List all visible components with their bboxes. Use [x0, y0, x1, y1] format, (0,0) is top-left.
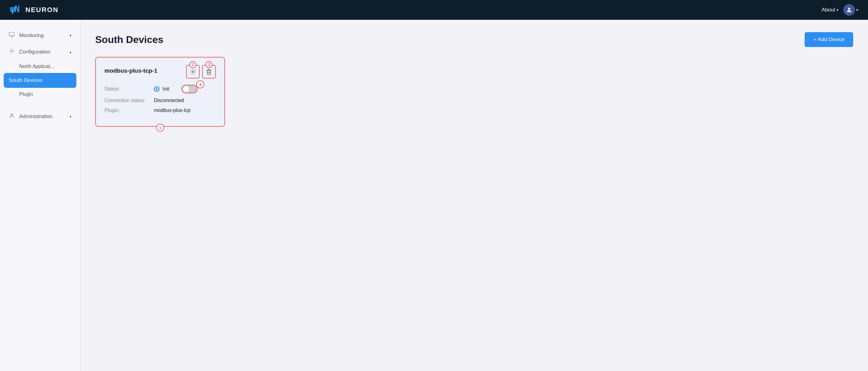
sidebar-item-configuration-label: Configuration — [19, 49, 51, 55]
page-title: South Devices — [95, 34, 163, 45]
settings-button[interactable]: 2 — [186, 65, 200, 79]
connection-row: Connection status: Disconnected — [104, 98, 216, 103]
delete-badge: 3 — [206, 61, 212, 68]
about-label: About — [822, 7, 835, 13]
monitoring-icon — [9, 32, 15, 39]
status-toggle[interactable] — [182, 85, 197, 93]
device-actions: 2 3 — [186, 65, 216, 79]
connection-value: Disconnected — [154, 98, 184, 103]
about-menu[interactable]: About ▾ — [822, 7, 838, 13]
sidebar: Monitoring ▾ Configuration ▴ North Appli… — [0, 20, 81, 371]
sidebar-item-north-applications-label: North Applicat... — [19, 64, 54, 69]
status-dot-inner — [156, 88, 158, 90]
plugin-label: Plugin: — [104, 107, 154, 113]
annotation-1-badge: 1 — [156, 124, 164, 132]
svg-point-4 — [11, 114, 13, 116]
user-menu[interactable]: ▾ — [843, 4, 858, 16]
sidebar-item-plugin[interactable]: Plugin — [0, 88, 80, 101]
svg-point-3 — [11, 51, 13, 52]
status-label: Status: — [104, 86, 154, 92]
sidebar-item-south-devices[interactable]: South Devices — [4, 73, 76, 88]
avatar — [843, 4, 855, 16]
administration-icon — [9, 113, 15, 120]
svg-point-5 — [192, 71, 194, 73]
status-dot — [154, 86, 159, 92]
device-name: modbus-plus-tcp-1 — [104, 67, 157, 74]
device-card: modbus-plus-tcp-1 2 3 — [95, 57, 225, 127]
main-content: South Devices + Add Device modbus-plus-t… — [81, 20, 868, 371]
logo: ψN NEURON — [10, 3, 58, 17]
sidebar-item-south-devices-label: South Devices — [9, 77, 43, 84]
sidebar-item-configuration[interactable]: Configuration ▴ — [0, 43, 80, 60]
add-device-button[interactable]: + Add Device — [805, 32, 853, 47]
sidebar-item-monitoring-label: Monitoring — [19, 32, 43, 39]
header: ψN NEURON About ▾ ▾ — [0, 0, 868, 20]
annotation-4-badge: 4 — [196, 81, 204, 88]
sidebar-item-plugin-label: Plugin — [19, 92, 33, 97]
status-value: Init — [163, 86, 169, 92]
connection-label: Connection status: — [104, 98, 154, 103]
logo-text: NEURON — [25, 6, 58, 14]
settings-badge: 2 — [189, 61, 196, 68]
sidebar-item-north-applications[interactable]: North Applicat... — [0, 60, 80, 73]
sidebar-item-administration[interactable]: Administration ▾ — [0, 108, 80, 125]
status-row: Status: Init 4 — [104, 85, 216, 93]
toggle-wrap: 4 — [182, 85, 197, 93]
sidebar-item-monitoring[interactable]: Monitoring ▾ — [0, 27, 80, 43]
svg-rect-2 — [9, 32, 14, 36]
sidebar-item-administration-label: Administration — [19, 114, 53, 120]
about-chevron-icon: ▾ — [836, 8, 838, 12]
administration-chevron-icon: ▾ — [69, 114, 71, 119]
configuration-icon — [9, 48, 15, 56]
svg-text:ψN: ψN — [10, 4, 20, 14]
user-chevron-icon: ▾ — [856, 8, 858, 12]
page-header: South Devices + Add Device — [95, 32, 853, 47]
plugin-value: modbus-plus-tcp — [154, 107, 190, 113]
layout: Monitoring ▾ Configuration ▴ North Appli… — [0, 20, 868, 371]
plugin-row: Plugin: modbus-plus-tcp — [104, 107, 216, 113]
delete-button[interactable]: 3 — [202, 65, 216, 79]
device-card-header: modbus-plus-tcp-1 2 3 — [104, 65, 216, 79]
toggle-knob — [183, 86, 189, 92]
logo-icon: ψN — [10, 3, 22, 17]
configuration-chevron-icon: ▴ — [69, 50, 71, 54]
monitoring-chevron-icon: ▾ — [69, 33, 71, 38]
header-right: About ▾ ▾ — [822, 4, 858, 16]
svg-point-1 — [848, 8, 850, 10]
